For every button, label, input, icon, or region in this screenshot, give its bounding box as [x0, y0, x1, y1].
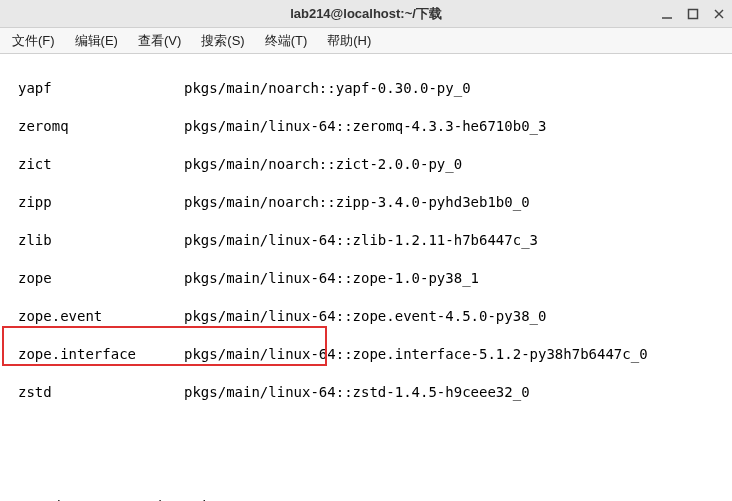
package-spec: pkgs/main/linux-64::zope-1.0-py38_1 [184, 270, 479, 286]
package-name: zstd [4, 383, 184, 402]
status-line: Preparing transaction: done [4, 497, 728, 501]
package-spec: pkgs/main/noarch::zipp-3.4.0-pyhd3eb1b0_… [184, 194, 530, 210]
package-row: zlibpkgs/main/linux-64::zlib-1.2.11-h7b6… [4, 231, 728, 250]
package-name: zope.interface [4, 345, 184, 364]
package-row: zopepkgs/main/linux-64::zope-1.0-py38_1 [4, 269, 728, 288]
package-spec: pkgs/main/linux-64::zope.interface-5.1.2… [184, 346, 648, 362]
package-row: zictpkgs/main/noarch::zict-2.0.0-py_0 [4, 155, 728, 174]
package-spec: pkgs/main/linux-64::zope.event-4.5.0-py3… [184, 308, 546, 324]
package-row: zipppkgs/main/noarch::zipp-3.4.0-pyhd3eb… [4, 193, 728, 212]
package-spec: pkgs/main/noarch::yapf-0.30.0-py_0 [184, 80, 471, 96]
package-name: zipp [4, 193, 184, 212]
package-name: zeromq [4, 117, 184, 136]
menu-terminal[interactable]: 终端(T) [259, 30, 314, 52]
titlebar: lab214@localhost:~/下载 [0, 0, 732, 28]
package-row: zope.interfacepkgs/main/linux-64::zope.i… [4, 345, 728, 364]
window-title: lab214@localhost:~/下载 [0, 5, 732, 23]
package-name: yapf [4, 79, 184, 98]
menu-view[interactable]: 查看(V) [132, 30, 187, 52]
package-spec: pkgs/main/linux-64::zlib-1.2.11-h7b6447c… [184, 232, 538, 248]
close-icon[interactable] [712, 7, 726, 21]
package-row: zstdpkgs/main/linux-64::zstd-1.4.5-h9cee… [4, 383, 728, 402]
package-spec: pkgs/main/linux-64::zeromq-4.3.3-he6710b… [184, 118, 546, 134]
package-row: zeromqpkgs/main/linux-64::zeromq-4.3.3-h… [4, 117, 728, 136]
minimize-icon[interactable] [660, 7, 674, 21]
svg-rect-1 [689, 9, 698, 18]
package-name: zlib [4, 231, 184, 250]
package-spec: pkgs/main/noarch::zict-2.0.0-py_0 [184, 156, 462, 172]
package-name: zope [4, 269, 184, 288]
package-spec: pkgs/main/linux-64::zstd-1.4.5-h9ceee32_… [184, 384, 530, 400]
menu-edit[interactable]: 编辑(E) [69, 30, 124, 52]
maximize-icon[interactable] [686, 7, 700, 21]
menu-file[interactable]: 文件(F) [6, 30, 61, 52]
package-row: yapfpkgs/main/noarch::yapf-0.30.0-py_0 [4, 79, 728, 98]
menubar: 文件(F) 编辑(E) 查看(V) 搜索(S) 终端(T) 帮助(H) [0, 28, 732, 54]
package-name: zict [4, 155, 184, 174]
package-name: zope.event [4, 307, 184, 326]
menu-search[interactable]: 搜索(S) [195, 30, 250, 52]
window-controls [660, 7, 726, 21]
package-row: zope.eventpkgs/main/linux-64::zope.event… [4, 307, 728, 326]
terminal-output[interactable]: yapfpkgs/main/noarch::yapf-0.30.0-py_0 z… [0, 54, 732, 501]
menu-help[interactable]: 帮助(H) [321, 30, 377, 52]
